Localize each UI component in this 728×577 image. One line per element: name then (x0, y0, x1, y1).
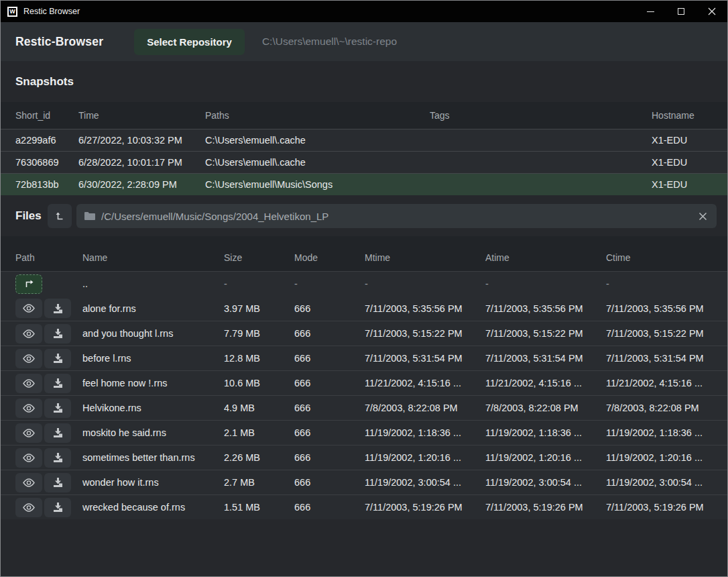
column-header-mode: Mode (294, 252, 365, 263)
close-icon (708, 7, 716, 15)
minimize-icon (647, 11, 654, 12)
eye-icon (23, 329, 35, 338)
clear-path-button[interactable] (697, 211, 709, 222)
file-ctime: 7/11/2003, 5:19:26 PM (606, 502, 717, 513)
file-mtime: 11/21/2002, 4:15:16 ... (365, 378, 485, 388)
snapshot-short-id: a2299af6 (15, 135, 78, 146)
snapshots-heading: Snapshots (1, 61, 727, 102)
navigate-up-button[interactable] (15, 274, 42, 294)
minimize-button[interactable] (635, 1, 666, 22)
file-mtime: 11/19/2002, 1:20:16 ... (365, 452, 485, 463)
file-row: alone for.rns 3.97 MB 666 7/11/2003, 5:3… (1, 296, 727, 321)
file-mode: 666 (294, 403, 365, 413)
select-repository-button[interactable]: Select Repository (134, 29, 245, 55)
files-bar: Files /C/Users/emuell/Music/Songs/2004_H… (1, 204, 727, 228)
preview-button[interactable] (15, 448, 42, 468)
file-mtime: 7/8/2003, 8:22:08 PM (365, 403, 485, 413)
download-button[interactable] (44, 374, 71, 393)
preview-button[interactable] (15, 349, 42, 368)
download-button[interactable] (44, 399, 71, 418)
download-icon (53, 503, 63, 512)
column-header-atime: Atime (485, 252, 606, 263)
file-name: .. (82, 278, 224, 289)
titlebar: W Restic Browser (1, 1, 727, 22)
level-up-button[interactable] (48, 204, 72, 228)
download-button[interactable] (44, 448, 71, 468)
file-mode: 666 (294, 303, 365, 314)
app-title: Restic-Browser (15, 35, 103, 49)
snapshot-row[interactable]: 76306869 6/28/2022, 10:01:17 PM C:\Users… (1, 151, 727, 173)
file-ctime: 7/8/2003, 8:22:08 PM (606, 403, 717, 413)
file-name: sometimes better than.rns (82, 452, 224, 463)
snapshot-row[interactable]: a2299af6 6/27/2022, 10:03:32 PM C:\Users… (1, 129, 727, 151)
file-atime: 7/11/2003, 5:15:22 PM (485, 328, 606, 339)
preview-button[interactable] (15, 473, 42, 492)
file-mode: - (294, 278, 365, 289)
file-mode: 666 (294, 477, 365, 488)
download-button[interactable] (44, 423, 71, 443)
snapshot-row-selected[interactable]: 72b813bb 6/30/2022, 2:28:09 PM C:\Users\… (1, 173, 727, 195)
file-ctime: 7/11/2003, 5:35:56 PM (606, 303, 717, 314)
file-size: 12.8 MB (224, 353, 294, 364)
snapshot-time: 6/28/2022, 10:01:17 PM (78, 157, 205, 168)
file-mtime: 11/19/2002, 3:00:54 ... (365, 477, 485, 488)
preview-button[interactable] (15, 399, 42, 418)
preview-button[interactable] (15, 374, 42, 393)
file-mode: 666 (294, 452, 365, 463)
download-button[interactable] (44, 349, 71, 368)
file-mtime: 7/11/2003, 5:35:56 PM (365, 303, 485, 314)
file-name: before l.rns (82, 353, 224, 364)
window-title: Restic Browser (23, 7, 635, 16)
eye-icon (23, 404, 35, 413)
file-ctime: 7/11/2003, 5:31:54 PM (606, 353, 717, 364)
eye-icon (23, 503, 35, 512)
file-row: sometimes better than.rns 2.26 MB 666 11… (1, 445, 727, 470)
download-button[interactable] (44, 498, 71, 517)
maximize-button[interactable] (666, 1, 696, 22)
preview-button[interactable] (15, 498, 42, 517)
snapshot-hostname: X1-EDU (652, 135, 717, 146)
preview-button[interactable] (15, 299, 42, 318)
download-button[interactable] (44, 473, 71, 492)
file-mode: 666 (294, 328, 365, 339)
column-header-time: Time (78, 110, 205, 121)
download-button[interactable] (44, 324, 71, 344)
file-row: Helvikone.rns 4.9 MB 666 7/8/2003, 8:22:… (1, 395, 727, 420)
files-heading: Files (15, 209, 48, 223)
file-mtime: 7/11/2003, 5:19:26 PM (365, 502, 485, 513)
file-size: 2.1 MB (224, 427, 294, 438)
eye-icon (23, 454, 35, 462)
snapshot-paths: C:\Users\emuell\.cache (205, 135, 430, 146)
column-header-tags: Tags (430, 110, 652, 121)
download-button[interactable] (44, 299, 71, 318)
column-header-name: Name (82, 252, 224, 263)
file-atime: 11/21/2002, 4:15:16 ... (485, 378, 606, 388)
file-mode: 666 (294, 378, 365, 388)
file-size: 7.79 MB (224, 328, 294, 339)
wails-logo-icon: W (7, 7, 17, 17)
maximize-icon (678, 8, 684, 15)
eye-icon (23, 429, 35, 437)
eye-icon (23, 304, 35, 313)
file-atime: - (485, 278, 606, 289)
column-header-hostname: Hostname (652, 110, 717, 121)
preview-button[interactable] (15, 423, 42, 443)
file-atime: 7/11/2003, 5:31:54 PM (485, 353, 606, 364)
column-header-paths: Paths (205, 110, 430, 121)
download-icon (53, 428, 63, 437)
download-icon (53, 403, 63, 413)
preview-button[interactable] (15, 324, 42, 344)
file-row: feel home now !.rns 10.6 MB 666 11/21/20… (1, 370, 727, 395)
download-icon (53, 453, 63, 462)
close-button[interactable] (696, 1, 727, 22)
download-icon (53, 478, 63, 487)
file-mtime: - (365, 278, 485, 289)
current-path-input[interactable]: /C/Users/emuell/Music/Songs/2004_Helveti… (76, 204, 717, 228)
file-name: Helvikone.rns (82, 403, 224, 413)
file-row: moskito he said.rns 2.1 MB 666 11/19/200… (1, 420, 727, 445)
file-ctime: 11/19/2002, 3:00:54 ... (606, 477, 717, 488)
file-atime: 7/11/2003, 5:19:26 PM (485, 502, 606, 513)
file-row: wrecked because of.rns 1.51 MB 666 7/11/… (1, 494, 727, 519)
folder-icon (84, 211, 95, 221)
file-size: 2.7 MB (224, 477, 294, 488)
